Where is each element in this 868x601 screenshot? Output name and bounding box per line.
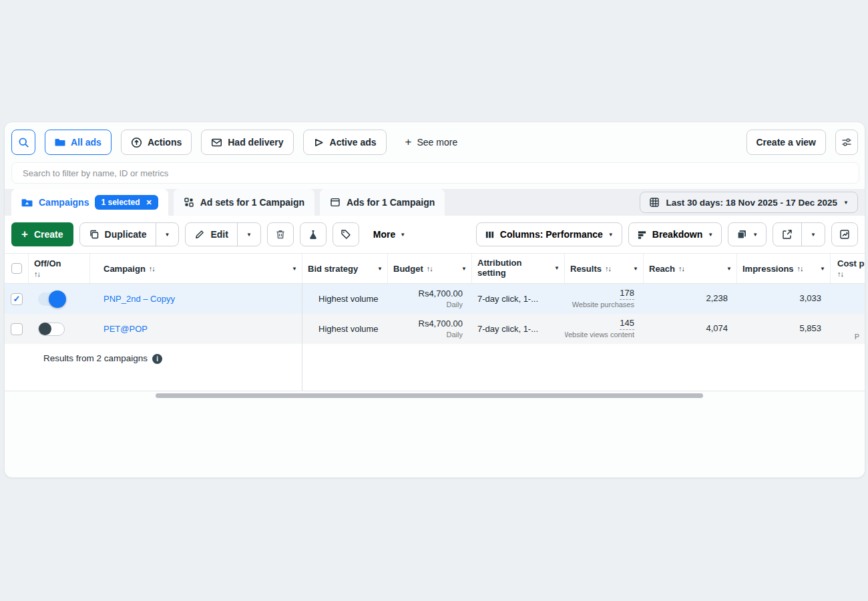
chevron-down-icon: ▼ (633, 266, 638, 272)
sort-arrows-icon: ↑↓ (837, 270, 843, 278)
tab-campaigns[interactable]: Campaigns 1 selected ✕ (11, 189, 168, 216)
budget-value: Rs4,700.00 (419, 319, 463, 330)
chevron-down-icon: ▼ (165, 232, 170, 238)
horizontal-scrollbar-thumb[interactable] (156, 393, 703, 398)
see-more-button[interactable]: + See more (396, 130, 467, 155)
edit-button[interactable]: Edit (186, 223, 236, 246)
row-select-cell: ✓ (5, 284, 29, 314)
impressions-value: 3,033 (799, 293, 821, 305)
tag-button[interactable] (333, 222, 359, 246)
campaigns-table: Off/On ↑↓ Campaign ↑↓ ▼ Bid strategy ▼ B… (5, 253, 865, 391)
tag-icon (341, 229, 351, 240)
duplicate-dropdown[interactable]: ▼ (156, 223, 179, 246)
ads-manager-panel: All ads Actions Had delivery Active ads (4, 122, 865, 478)
ab-test-button[interactable] (300, 222, 327, 246)
plus-icon: + (21, 228, 28, 241)
toggle-knob (49, 290, 66, 308)
columns-icon (485, 230, 495, 240)
row-results-cell: 178 Website purchases (565, 284, 644, 314)
date-range-label: Last 30 days: 18 Nov 2025 - 17 Dec 2025 (666, 198, 837, 208)
search-input[interactable] (11, 162, 859, 184)
chevron-down-icon: ▼ (400, 232, 405, 238)
reports-button[interactable]: ▼ (728, 222, 767, 246)
charts-button[interactable] (831, 222, 858, 246)
chevron-down-icon: ▼ (843, 200, 849, 206)
row-reach-cell: 4,074 (644, 314, 737, 344)
row-checkbox-checked[interactable]: ✓ (11, 293, 23, 305)
selected-count-badge[interactable]: 1 selected ✕ (95, 195, 158, 210)
columns-button[interactable]: Columns: Performance ▼ (476, 222, 622, 246)
results-type: Website purchases (572, 300, 634, 309)
row-checkbox-unchecked[interactable] (11, 323, 23, 335)
filter-had-delivery[interactable]: Had delivery (201, 130, 293, 155)
search-icon (18, 137, 29, 148)
header-impressions[interactable]: Impressions ↑↓ ▼ (737, 254, 831, 283)
header-bid-strategy[interactable]: Bid strategy ▼ (302, 254, 388, 283)
clear-selection-icon[interactable]: ✕ (146, 198, 152, 207)
sort-arrows-icon: ↑↓ (149, 264, 155, 272)
table-row: PET@POP Highest volume Rs4,700.00 Daily … (5, 314, 865, 344)
info-icon[interactable]: i (152, 354, 162, 364)
export-button[interactable] (773, 223, 801, 246)
header-select-all-cell (5, 254, 29, 283)
chevron-down-icon: ▼ (608, 232, 614, 238)
breakdown-label: Breakdown (652, 229, 702, 240)
filter-row: All ads Actions Had delivery Active ads (5, 129, 865, 156)
campaign-name-link[interactable]: PNP_2nd – Copyy (103, 294, 175, 304)
header-bid-strategy-label: Bid strategy (308, 264, 358, 274)
toggle-knob (39, 323, 51, 335)
export-dropdown[interactable]: ▼ (802, 223, 825, 246)
duplicate-button[interactable]: Duplicate (80, 223, 156, 246)
duplicate-split-button: Duplicate ▼ (79, 222, 180, 246)
filter-all-ads-label: All ads (71, 137, 101, 148)
more-label: More (373, 229, 395, 240)
results-value[interactable]: 178 (620, 288, 634, 300)
create-label: Create (34, 229, 63, 240)
edit-dropdown[interactable]: ▼ (238, 223, 260, 246)
header-off-on[interactable]: Off/On ↑↓ (29, 254, 90, 283)
header-results[interactable]: Results ↑↓ ▼ (565, 254, 644, 283)
breakdown-bars-icon (637, 230, 647, 240)
search-filter-button[interactable] (11, 130, 35, 155)
campaign-toggle-off[interactable] (38, 323, 65, 336)
date-range-button[interactable]: Last 30 days: 18 Nov 2025 - 17 Dec 2025 … (640, 192, 858, 213)
trash-icon (275, 229, 286, 240)
create-button[interactable]: + Create (11, 222, 73, 246)
row-cost-cell: P (831, 314, 865, 344)
envelope-icon (211, 137, 222, 148)
chevron-down-icon: ▼ (726, 266, 732, 272)
create-a-view-button[interactable]: Create a view (746, 130, 827, 155)
tab-ad-sets[interactable]: Ad sets for 1 Campaign (174, 189, 314, 216)
row-attribution-cell: 7-day click, 1-... (472, 284, 565, 314)
header-campaign[interactable]: Campaign ↑↓ ▼ (90, 254, 302, 283)
reach-value: 4,074 (706, 323, 728, 335)
filter-actions[interactable]: Actions (121, 130, 192, 155)
header-cost[interactable]: Cost p ↑↓ (831, 254, 865, 283)
row-reach-cell: 2,238 (644, 284, 737, 314)
row-impressions-cell: 5,853 (737, 314, 831, 344)
folder-icon (55, 137, 65, 148)
edit-split-button: Edit ▼ (185, 222, 260, 246)
search-row (11, 162, 859, 184)
filter-active-ads[interactable]: Active ads (303, 130, 387, 155)
delete-button[interactable] (267, 222, 294, 246)
budget-cadence: Daily (447, 330, 463, 339)
breakdown-button[interactable]: Breakdown ▼ (628, 222, 722, 246)
row-bid-strategy-cell: Highest volume (302, 284, 388, 314)
results-value[interactable]: 145 (620, 318, 634, 330)
header-attribution[interactable]: Attribution setting ▼ (472, 254, 565, 283)
filter-all-ads[interactable]: All ads (45, 130, 112, 155)
duplicate-label: Duplicate (105, 229, 147, 240)
columns-label: Columns: Performance (500, 229, 603, 240)
pencil-icon (194, 229, 205, 240)
flask-icon (308, 229, 318, 240)
view-settings-button[interactable] (835, 130, 858, 155)
campaign-toggle-on[interactable] (38, 292, 65, 306)
header-budget[interactable]: Budget ↑↓ ▼ (388, 254, 472, 283)
header-reach[interactable]: Reach ↑↓ ▼ (644, 254, 737, 283)
select-all-checkbox[interactable] (11, 263, 22, 274)
more-button[interactable]: More ▼ (365, 222, 413, 246)
row-toggle-cell (29, 314, 90, 344)
tab-ads[interactable]: Ads for 1 Campaign (320, 189, 445, 216)
campaign-name-link[interactable]: PET@POP (103, 324, 148, 334)
